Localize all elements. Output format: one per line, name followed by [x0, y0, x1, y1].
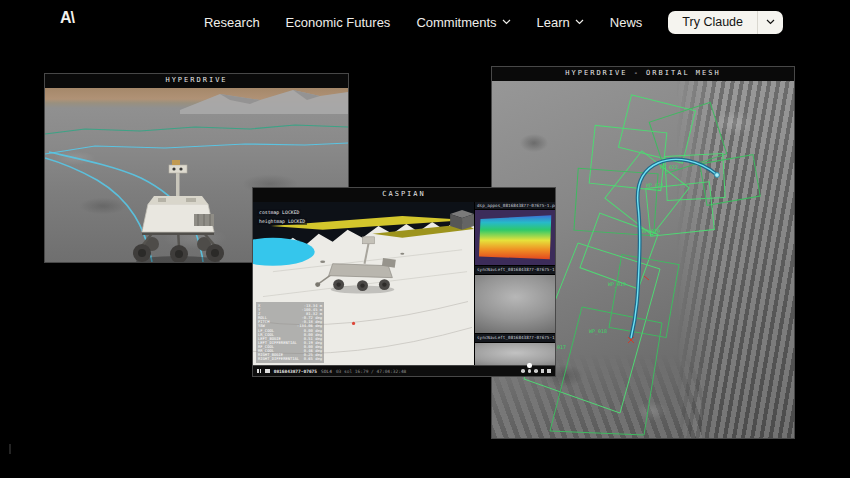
nav-links: Research Economic Futures Commitments Le…	[204, 0, 783, 44]
sim-clock: 03 sol 16:79 / 47:04:32:48	[336, 369, 406, 374]
try-claude-dropdown[interactable]	[758, 11, 783, 34]
record-icon[interactable]	[521, 369, 525, 373]
waypoint-label: WP_019	[608, 281, 626, 288]
target-marker	[352, 322, 355, 325]
rover-model	[133, 160, 224, 262]
navcam-image	[475, 275, 555, 334]
feed-caption: dsp_appos_0816843877-07675-1.png	[475, 202, 555, 210]
waypoint-labels: WP_022 WP_021 WP_020 WP_019 WP_018 WP_01…	[548, 164, 678, 351]
camera-icon[interactable]	[534, 369, 538, 373]
panel-caspian: CASPIAN	[252, 187, 556, 377]
nav-item-label: Learn	[537, 15, 570, 30]
anthropic-logo[interactable]: A\	[60, 9, 74, 27]
panel-title: CASPIAN	[253, 188, 555, 203]
waypoint-route-line	[45, 125, 348, 134]
mesh-footprints	[524, 95, 760, 435]
page-background: A\ Research Economic Futures Commitments…	[0, 0, 850, 478]
panel-title: HYPERDRIVE	[45, 74, 348, 89]
playback-tools	[521, 369, 551, 373]
waypoint-label: WP_020	[642, 228, 660, 235]
feed-caption: syncNavLeft_0816843877-07675-1_rectified…	[475, 334, 555, 343]
waypoint-label: WP_018	[589, 328, 607, 335]
planned-path-line	[45, 143, 348, 154]
nav-item-learn[interactable]: Learn	[537, 15, 584, 30]
caspian-viewport: costmap LOCKED heightmap LOCKED X-13.34 …	[253, 202, 555, 376]
chevron-down-icon	[502, 19, 511, 25]
fullscreen-icon[interactable]	[547, 369, 551, 373]
playback-progress-dot[interactable]	[527, 363, 532, 368]
camera-feed-column: dsp_appos_0816843877-07675-1.png syncNav…	[474, 202, 555, 365]
nav-item-news[interactable]: News	[610, 15, 643, 30]
obstacle-cube	[450, 210, 474, 230]
depth-heatmap-image	[475, 210, 555, 266]
sim-id: 0816843877-07675	[274, 369, 317, 374]
waypoint-label: WP_021	[646, 182, 664, 189]
chevron-down-icon	[766, 19, 775, 25]
video-progress-marker	[9, 444, 11, 454]
telemetry-panel: X-13.34 m Y-100.45 m Z81.32 m ROLL-0.72 …	[256, 302, 324, 363]
playback-bar: 0816843877-07675 SOL4 03 sol 16:79 / 47:…	[253, 365, 555, 376]
pause-icon[interactable]	[257, 369, 261, 374]
grid-icon[interactable]	[541, 369, 545, 373]
heatmap-gradient	[478, 214, 553, 260]
telemetry-value: 0.65 deg	[304, 357, 322, 361]
nav-item-economic-futures[interactable]: Economic Futures	[286, 15, 391, 30]
costmap-lock-badge: costmap LOCKED	[257, 209, 301, 216]
top-nav: A\ Research Economic Futures Commitments…	[0, 0, 850, 44]
rock	[400, 253, 404, 255]
telemetry-key: RIGHT_DIFFERENTIAL	[258, 357, 299, 361]
nav-item-commitments[interactable]: Commitments	[416, 15, 510, 30]
sol-label: SOL4	[321, 369, 332, 374]
path-start-marker	[715, 173, 720, 178]
chevron-down-icon	[575, 19, 584, 25]
nav-item-label: Commitments	[416, 15, 496, 30]
settings-icon[interactable]	[528, 369, 532, 373]
try-claude-label: Try Claude	[668, 11, 757, 34]
navcam-rectified-image	[475, 343, 555, 365]
nav-item-research[interactable]: Research	[204, 15, 260, 30]
heightmap-lock-badge: heightmap LOCKED	[257, 218, 307, 225]
feed-caption: syncNavLeft_0816843877-07675-1.png	[475, 266, 555, 275]
rock	[320, 261, 325, 263]
panel-title: HYPERDRIVE - ORBITAL MESH	[492, 67, 794, 82]
try-claude-button[interactable]: Try Claude	[668, 11, 783, 34]
waypoint-label: WP_022	[660, 164, 678, 171]
stop-icon[interactable]	[265, 369, 270, 374]
